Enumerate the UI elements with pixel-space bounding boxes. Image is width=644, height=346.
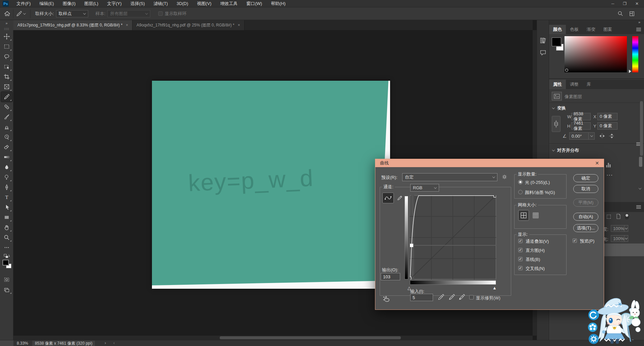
type-tool[interactable]: T <box>1 192 12 202</box>
menu-type[interactable]: 文字(Y) <box>103 0 126 7</box>
edit-toolbar-icon[interactable] <box>1 243 12 253</box>
curve-selected-point[interactable] <box>410 244 413 247</box>
hue-slider-pointer[interactable] <box>629 70 631 73</box>
white-input-slider[interactable]: ▲ <box>492 286 497 290</box>
path-selection-tool[interactable] <box>1 202 12 212</box>
ok-button[interactable]: 确定 <box>573 174 598 182</box>
intersection-line-checkbox[interactable]: ✓ <box>518 266 523 270</box>
light-radio[interactable] <box>518 180 523 184</box>
channel-overlays-checkbox[interactable]: ✓ <box>518 239 523 243</box>
lock-pixels-icon[interactable] <box>616 214 621 220</box>
curve-end-point[interactable] <box>494 195 496 197</box>
lock-transparency-icon[interactable] <box>607 215 611 219</box>
options-button[interactable]: 选项(T)... <box>573 224 598 232</box>
height-field[interactable]: 7461 像素 <box>571 122 591 130</box>
lock-all-toggle[interactable] <box>625 213 629 219</box>
menu-layer[interactable]: 图层(L) <box>80 0 103 7</box>
align-distribute-section-header[interactable]: 对齐并分布 <box>552 147 579 153</box>
gradient-tool[interactable] <box>1 152 12 162</box>
x-field[interactable]: 0 像素 <box>597 113 618 120</box>
menu-view[interactable]: 视图(V) <box>193 0 216 7</box>
input-field[interactable]: 5 <box>410 294 433 301</box>
menu-plugins[interactable]: 增效工具 <box>216 0 242 7</box>
auto-button[interactable]: 自动(A) <box>573 213 598 221</box>
white-point-eyedropper-icon[interactable] <box>459 294 465 301</box>
workspace-switcher-icon[interactable] <box>629 11 635 16</box>
tab-swatches[interactable]: 色板 <box>566 25 583 34</box>
desktop-mascot-overlay[interactable] <box>587 295 644 346</box>
dialog-close-icon[interactable]: ✕ <box>595 160 599 166</box>
status-chevron-left-icon[interactable]: ‹ <box>113 341 115 345</box>
color-panel-foreground-swatch[interactable] <box>552 38 561 46</box>
libraries-panel-icon[interactable] <box>539 37 547 44</box>
search-icon[interactable] <box>618 11 623 16</box>
home-icon[interactable] <box>4 10 10 17</box>
window-close-button[interactable]: ✕ <box>635 1 639 6</box>
selected-layer-row[interactable] <box>603 244 644 256</box>
angle-dropdown-icon[interactable] <box>588 133 594 139</box>
tab-libraries[interactable]: 库 <box>583 80 595 89</box>
fill-dropdown-icon[interactable] <box>624 235 628 241</box>
move-tool[interactable] <box>1 31 12 42</box>
tab-close-icon[interactable]: × <box>126 23 128 27</box>
show-clipping-checkbox[interactable]: ✓ <box>469 295 474 299</box>
object-selection-tool[interactable] <box>1 62 12 72</box>
panel-scrollbar-thumb[interactable] <box>639 157 642 167</box>
panel-collapse-icon[interactable]: » <box>638 20 640 24</box>
crop-tool[interactable] <box>1 72 12 82</box>
histogram-panel-icon[interactable] <box>605 162 612 169</box>
histogram-checkbox[interactable]: ✓ <box>518 248 523 252</box>
hue-slider[interactable] <box>632 36 638 72</box>
baseline-checkbox[interactable]: ✓ <box>518 257 523 261</box>
foreground-background-colors[interactable] <box>1 260 13 275</box>
document-info[interactable]: 8538 像素 x 7461 像素 (320 ppi) <box>32 341 95 346</box>
curves-grid[interactable] <box>410 195 496 279</box>
menu-filter[interactable]: 滤镜(T) <box>149 0 172 7</box>
comments-panel-icon[interactable] <box>539 49 547 56</box>
dodge-tool[interactable] <box>1 172 12 182</box>
menu-file[interactable]: 文件(F) <box>12 0 35 7</box>
tab-gradients[interactable]: 渐变 <box>583 25 599 34</box>
window-maximize-button[interactable]: ❐ <box>623 1 627 6</box>
swap-colors-icon[interactable] <box>1 253 12 260</box>
document-page[interactable]: key=p_w_d <box>152 81 390 289</box>
gray-point-eyedropper-icon[interactable] <box>448 294 455 301</box>
toolbar-collapse-icon[interactable]: »|||| <box>0 20 13 30</box>
eyedropper-tool-preset-icon[interactable] <box>16 11 25 17</box>
layers-panel-menu-icon[interactable] <box>636 205 641 210</box>
transform-section-header[interactable]: 变换 <box>552 105 566 111</box>
fine-grid-button[interactable] <box>532 211 540 219</box>
canvas-horizontal-scrollbar[interactable] <box>13 336 533 340</box>
zoom-level[interactable]: 8.33% <box>17 341 28 346</box>
spot-healing-brush-tool[interactable] <box>1 102 12 112</box>
more-options-icon[interactable]: ··· <box>607 172 613 178</box>
sample-size-dropdown[interactable]: 取样点 <box>56 10 88 17</box>
tab-properties[interactable]: 属性 <box>549 80 566 89</box>
screen-mode-icon[interactable] <box>1 285 12 295</box>
document-tab-2[interactable]: A9oqxfxz_17hf91q_nhg.pdf @ 25% (图层 0, RG… <box>132 20 245 30</box>
channel-dropdown[interactable]: RGB <box>410 184 439 192</box>
status-chevron-right-icon[interactable]: › <box>105 341 106 345</box>
flip-horizontal-icon[interactable] <box>599 133 605 140</box>
tab-color[interactable]: 颜色 <box>549 25 566 34</box>
flip-vertical-icon[interactable] <box>609 133 615 140</box>
preview-checkbox[interactable]: ✓ <box>573 238 577 243</box>
zoom-tool[interactable] <box>1 232 12 243</box>
tab-patterns[interactable]: 图案 <box>599 25 616 34</box>
panel-menu-icon[interactable] <box>636 27 641 32</box>
tab-close-icon[interactable]: × <box>238 23 240 27</box>
cancel-button[interactable]: 取消 <box>573 185 598 193</box>
preset-options-gear-icon[interactable] <box>501 174 507 181</box>
pen-tool[interactable] <box>1 182 12 192</box>
menu-select[interactable]: 选择(S) <box>126 0 149 7</box>
angle-field[interactable]: 0.00° <box>569 132 595 140</box>
document-tab-1[interactable]: A91s7pnog_17hf91o_nhg.pdf @ 8.33% (图层 0,… <box>13 20 132 30</box>
lasso-tool[interactable] <box>1 52 12 62</box>
y-field[interactable]: 0 像素 <box>597 122 618 130</box>
pigment-ink-radio[interactable] <box>518 190 523 194</box>
clone-stamp-tool[interactable] <box>1 122 12 132</box>
curves-dialog-titlebar[interactable]: 曲线 ✕ <box>375 159 604 167</box>
fill-field[interactable]: 100% <box>611 235 628 242</box>
blur-tool[interactable] <box>1 162 12 172</box>
menu-3d[interactable]: 3D(D) <box>172 0 193 7</box>
